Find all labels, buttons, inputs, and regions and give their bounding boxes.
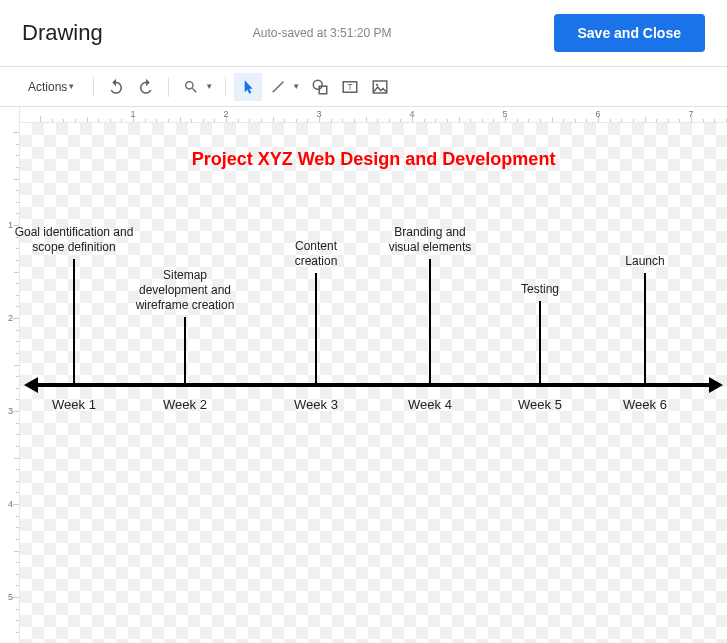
textbox-tool-button[interactable]: T	[336, 73, 364, 101]
arrow-right-icon	[709, 377, 723, 393]
shape-tool-button[interactable]	[306, 73, 334, 101]
redo-button[interactable]	[132, 73, 160, 101]
chevron-down-icon: ▼	[67, 82, 75, 91]
milestone-stem	[644, 273, 646, 383]
line-tool-button[interactable]	[264, 73, 292, 101]
ruler-number: 6	[595, 109, 600, 119]
ruler-number: 3	[8, 406, 13, 416]
ruler-number: 5	[8, 592, 13, 602]
drawing-canvas[interactable]: Project XYZ Web Design and Development G…	[20, 123, 727, 643]
svg-rect-1	[319, 86, 327, 94]
toolbar: Actions ▼ ▼ ▼ T	[0, 67, 727, 107]
svg-text:T: T	[348, 83, 353, 92]
svg-point-0	[313, 80, 322, 89]
milestone-label: Sitemap development and wireframe creati…	[125, 268, 245, 313]
svg-point-5	[376, 83, 378, 85]
week-label: Week 1	[52, 397, 96, 412]
week-label: Week 2	[163, 397, 207, 412]
ruler-number: 5	[502, 109, 507, 119]
editor-area: 12345 1234567 Project XYZ Web Design and…	[0, 107, 727, 643]
milestone-label: Launch	[605, 254, 685, 269]
week-label: Week 4	[408, 397, 452, 412]
week-label: Week 6	[623, 397, 667, 412]
milestone-label: Branding and visual elements	[375, 225, 485, 255]
ruler-number: 1	[130, 109, 135, 119]
milestone-label: Content creation	[271, 239, 361, 269]
toolbar-separator	[93, 77, 94, 97]
milestone: Sitemap development and wireframe creati…	[125, 268, 245, 383]
ruler-number: 4	[8, 499, 13, 509]
autosave-status: Auto-saved at 3:51:20 PM	[253, 26, 554, 40]
milestone-stem	[315, 273, 317, 383]
ruler-number: 7	[688, 109, 693, 119]
week-label: Week 3	[294, 397, 338, 412]
milestone-stem	[539, 301, 541, 383]
milestone: Testing	[500, 282, 580, 383]
milestone-stem	[184, 317, 186, 383]
zoom-button[interactable]	[177, 73, 205, 101]
canvas-wrap: 1234567 Project XYZ Web Design and Devel…	[20, 107, 727, 643]
project-title: Project XYZ Web Design and Development	[20, 149, 727, 170]
toolbar-separator	[168, 77, 169, 97]
milestone: Launch	[605, 254, 685, 383]
toolbar-separator	[225, 77, 226, 97]
actions-label: Actions	[28, 80, 67, 94]
milestone-label: Goal identification and scope definition	[9, 225, 139, 255]
horizontal-ruler: 1234567	[20, 107, 727, 123]
milestone: Goal identification and scope definition	[9, 225, 139, 383]
ruler-number: 3	[316, 109, 321, 119]
actions-menu-button[interactable]: Actions ▼	[22, 76, 85, 98]
select-tool-button[interactable]	[234, 73, 262, 101]
milestone: Branding and visual elements	[375, 225, 485, 383]
dialog-header: Drawing Auto-saved at 3:51:20 PM Save an…	[0, 0, 727, 67]
image-tool-button[interactable]	[366, 73, 394, 101]
dialog-title: Drawing	[22, 20, 103, 46]
milestone-label: Testing	[500, 282, 580, 297]
timeline-axis	[32, 383, 715, 387]
ruler-number: 2	[223, 109, 228, 119]
milestone: Content creation	[271, 239, 361, 383]
undo-button[interactable]	[102, 73, 130, 101]
week-label: Week 5	[518, 397, 562, 412]
save-and-close-button[interactable]: Save and Close	[554, 14, 706, 52]
chevron-down-icon[interactable]: ▼	[292, 82, 300, 91]
milestone-stem	[429, 259, 431, 383]
chevron-down-icon[interactable]: ▼	[205, 82, 213, 91]
ruler-number: 4	[409, 109, 414, 119]
milestone-stem	[73, 259, 75, 383]
